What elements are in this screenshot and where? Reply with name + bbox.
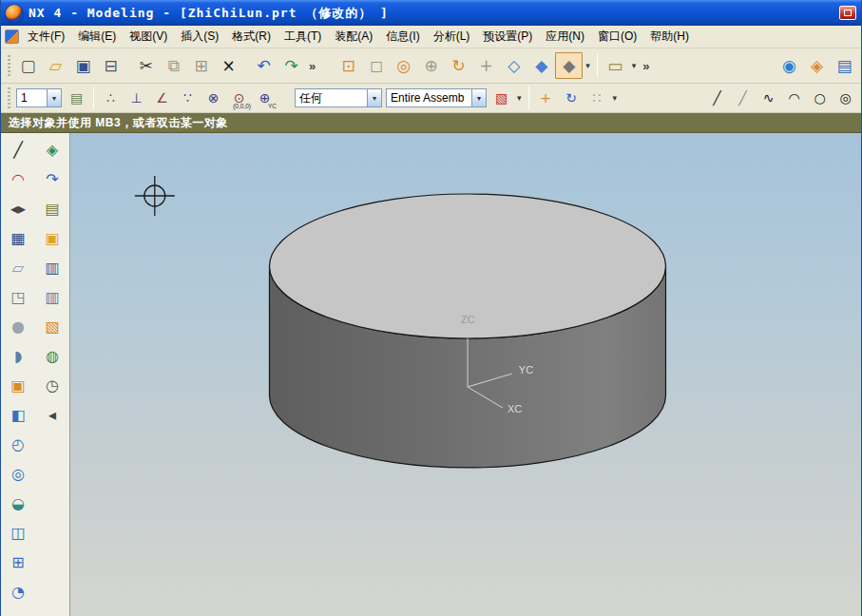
- pocket-button[interactable]: ◫: [5, 520, 31, 546]
- boss-button[interactable]: ◒: [5, 491, 31, 516]
- expand-buttons[interactable]: ◂▸: [5, 196, 31, 221]
- line-tool-button[interactable]: ╱: [704, 87, 730, 109]
- snap-quadrant-button[interactable]: ⊕YC: [252, 87, 278, 109]
- palette-dropdown[interactable]: ▾: [514, 93, 525, 103]
- copy-button[interactable]: ⧉: [160, 52, 187, 79]
- toolbar-grip[interactable]: [8, 55, 10, 76]
- open-folder-icon: ▱: [49, 58, 62, 74]
- ruled-button[interactable]: ▥: [39, 255, 66, 280]
- display-tool-button[interactable]: ◉: [776, 52, 803, 79]
- layer-settings-button[interactable]: ▤: [64, 87, 89, 109]
- studio-surface-button[interactable]: ◈: [39, 137, 66, 163]
- zoom-window-button[interactable]: ◎: [390, 52, 417, 79]
- menu-view[interactable]: 视图(V): [123, 26, 174, 48]
- menu-help[interactable]: 帮助(H): [643, 26, 696, 48]
- revolve-button[interactable]: ◴: [5, 432, 31, 457]
- measure-dropdown[interactable]: ▾: [629, 61, 640, 70]
- menu-assemblies[interactable]: 装配(A): [328, 26, 379, 48]
- block-button[interactable]: ▣: [5, 373, 31, 398]
- shaded-view-button[interactable]: ◆: [527, 52, 555, 79]
- menu-format[interactable]: 格式(R): [225, 26, 278, 48]
- menu-information[interactable]: 信息(I): [379, 26, 426, 48]
- chevron-down-icon[interactable]: ▾: [367, 89, 381, 106]
- arc-button[interactable]: ◠: [5, 166, 31, 192]
- circle-tool-button[interactable]: ○: [807, 87, 833, 109]
- perspective-button[interactable]: ◇: [500, 52, 527, 79]
- extrude-button[interactable]: ◧: [5, 402, 31, 428]
- toolbar-grip-2[interactable]: [8, 87, 10, 108]
- sketch-button[interactable]: ▦: [5, 225, 31, 251]
- groove-button[interactable]: ◔: [5, 579, 31, 605]
- delete-button[interactable]: ×: [215, 52, 242, 79]
- paste-button[interactable]: ⊞: [187, 52, 215, 79]
- toolbar-overflow-chevron[interactable]: »: [305, 59, 319, 73]
- display-mode-button[interactable]: ◆: [555, 52, 583, 79]
- sphere-button[interactable]: ●: [5, 314, 31, 339]
- snap-center-button[interactable]: ⊗: [201, 87, 226, 109]
- pan-button[interactable]: +: [472, 52, 500, 79]
- repeat-button[interactable]: ↷: [278, 52, 305, 79]
- save-button[interactable]: ▣: [69, 52, 97, 79]
- zoom-in-out-button[interactable]: ⊕: [417, 52, 445, 79]
- datum-plane-button[interactable]: ▱: [5, 255, 31, 280]
- material-tool-button[interactable]: ◈: [803, 52, 831, 79]
- cylinder-button[interactable]: ◗: [5, 343, 31, 369]
- cylinder-solid[interactable]: [269, 194, 665, 468]
- cut-button[interactable]: ✂: [132, 52, 160, 79]
- measure-button[interactable]: ▭: [602, 52, 629, 79]
- app-menu-icon[interactable]: [5, 29, 19, 44]
- offset-surface-button[interactable]: ▥: [39, 284, 66, 310]
- menu-window[interactable]: 窗口(O): [591, 26, 643, 48]
- chevron-down-icon[interactable]: ▾: [47, 89, 61, 106]
- graphics-window[interactable]: ZC YC XC: [70, 133, 861, 616]
- snap-origin-button[interactable]: ⊙(0,0,0): [226, 87, 252, 109]
- menu-preferences[interactable]: 预设置(P): [476, 26, 539, 48]
- sketch-line-button[interactable]: ╱: [5, 137, 31, 163]
- hole-button[interactable]: ◎: [5, 461, 31, 487]
- new-button[interactable]: ▢: [14, 52, 42, 79]
- print-button[interactable]: ⊟: [97, 52, 125, 79]
- layers-tool-button[interactable]: ▤: [831, 52, 858, 79]
- selection-scope-combo[interactable]: Entire Assemb ▾: [386, 88, 487, 107]
- history-button[interactable]: ◷: [39, 373, 66, 398]
- work-layer-combo[interactable]: 1 ▾: [16, 88, 62, 107]
- grid-button[interactable]: ∷: [584, 87, 610, 109]
- arc-tool-button[interactable]: ◠: [781, 87, 807, 109]
- zoom-button[interactable]: ◻: [362, 52, 390, 79]
- display-mode-dropdown[interactable]: ▾: [583, 61, 593, 70]
- window-control-button[interactable]: [839, 6, 856, 20]
- scene-svg[interactable]: ZC YC XC: [70, 133, 861, 616]
- undo-button[interactable]: ↶: [250, 52, 278, 79]
- menu-file[interactable]: 文件(F): [21, 26, 71, 48]
- instance-button[interactable]: ◍: [39, 343, 66, 369]
- swept-button[interactable]: ▣: [39, 225, 66, 251]
- chevron-down-icon[interactable]: ▾: [471, 89, 486, 106]
- menu-tools[interactable]: 工具(T): [278, 26, 328, 48]
- menu-analysis[interactable]: 分析(L): [427, 26, 477, 48]
- fit-view-button[interactable]: ⊡: [335, 52, 362, 79]
- grid-dropdown[interactable]: ▾: [610, 93, 621, 103]
- snap-point-button[interactable]: ∴: [98, 87, 124, 109]
- more-button[interactable]: ◂: [39, 402, 66, 428]
- datum-csys-button[interactable]: ◳: [5, 284, 31, 310]
- snap-intersection-button[interactable]: ∵: [175, 87, 201, 109]
- ellipse-tool-button[interactable]: ◎: [833, 87, 858, 109]
- menu-application[interactable]: 应用(N): [539, 26, 591, 48]
- menu-edit[interactable]: 编辑(E): [71, 26, 123, 48]
- orient-view-button[interactable]: ↻: [559, 87, 584, 109]
- inferred-line-button[interactable]: ╱: [730, 87, 756, 109]
- menu-insert[interactable]: 插入(S): [174, 26, 225, 48]
- snap-midpoint-button[interactable]: ∠: [149, 87, 175, 109]
- pad-button[interactable]: ⊞: [5, 549, 31, 575]
- toolbar-overflow-chevron-2[interactable]: »: [639, 59, 653, 73]
- trimmed-sheet-button[interactable]: ▧: [39, 314, 66, 339]
- selection-filter-combo[interactable]: 任何 ▾: [295, 88, 382, 107]
- rotate-view-button[interactable]: ↻: [445, 52, 472, 79]
- color-palette-button[interactable]: ▧: [488, 87, 514, 109]
- open-button[interactable]: ▱: [42, 52, 69, 79]
- layer-stack-button[interactable]: ▤: [39, 196, 66, 221]
- snap-endpoint-button[interactable]: ⊥: [124, 87, 149, 109]
- through-curves-button[interactable]: ↷: [39, 166, 66, 192]
- spline-tool-button[interactable]: ∿: [756, 87, 781, 109]
- wcs-dynamics-button[interactable]: +: [533, 87, 559, 109]
